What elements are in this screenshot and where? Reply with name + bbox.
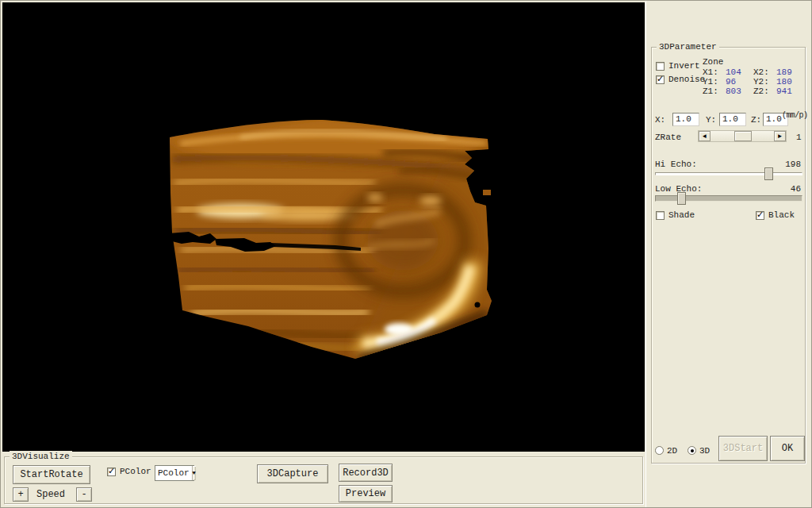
scale-y-label: Y: [706, 115, 716, 125]
scale-z-label: Z: [751, 115, 761, 125]
parameter-panel: 3DParameter Invert Denoise Zone X1: 104 … [645, 1, 812, 508]
scale-unit-label: (mm/p) [782, 111, 807, 120]
render-viewport[interactable] [2, 2, 645, 452]
zone-x1-value: 104 [726, 67, 741, 77]
capture-3d-button[interactable]: 3DCapture [257, 464, 328, 483]
shade-checkbox[interactable] [656, 211, 665, 220]
hi-echo-track[interactable] [655, 172, 802, 175]
zone-y2-label: Y2: [753, 77, 769, 87]
zone-x1-label: X1: [703, 67, 718, 77]
mode-2d-radio[interactable] [655, 446, 664, 455]
hi-echo-slider[interactable] [655, 167, 802, 181]
pcolor-combo-value: PColor [155, 468, 192, 478]
scale-x-label: X: [655, 115, 665, 125]
low-echo-slider[interactable] [655, 191, 802, 206]
zone-z2-value: 941 [776, 87, 792, 96]
visualize-group-title: 3DVisualize [10, 451, 72, 462]
zone-y1-label: Y1: [703, 77, 718, 87]
speed-label: Speed [36, 489, 65, 500]
zrate-scrollbar[interactable]: ◄ ► [698, 130, 787, 142]
zrate-left-arrow-icon[interactable]: ◄ [699, 131, 710, 141]
zone-x2-label: X2: [753, 67, 769, 77]
mode-3d-label: 3D [699, 446, 710, 456]
zrate-track[interactable] [710, 131, 774, 141]
hi-echo-thumb[interactable] [764, 167, 773, 180]
denoise-label: Denoise [668, 75, 705, 84]
speed-minus-button[interactable]: - [76, 487, 92, 502]
volume-render [2, 2, 645, 452]
pcolor-label: PColor [120, 467, 151, 476]
shade-label: Shade [668, 210, 695, 220]
black-label: Black [768, 210, 795, 220]
scale-x-input[interactable]: 1.0 [672, 113, 699, 126]
low-echo-thumb[interactable] [677, 192, 686, 205]
zone-z1-value: 803 [726, 87, 741, 96]
ok-button[interactable]: OK [770, 436, 805, 461]
zone-y1-value: 96 [726, 77, 736, 87]
app-window: 3DParameter Invert Denoise Zone X1: 104 … [0, 0, 812, 508]
start-rotate-button[interactable]: StartRotate [13, 465, 90, 484]
record-3d-button[interactable]: Record3D [339, 464, 393, 482]
scale-y-input[interactable]: 1.0 [719, 113, 746, 126]
denoise-checkbox[interactable] [656, 75, 665, 84]
black-checkbox[interactable] [756, 211, 764, 220]
invert-label: Invert [668, 61, 700, 71]
preview-button[interactable]: Preview [339, 485, 393, 502]
zrate-value: 1 [796, 133, 802, 142]
pcolor-combobox[interactable]: PColor ▼ [155, 465, 194, 481]
mode-2d-label: 2D [667, 446, 677, 456]
pcolor-combo-arrow-icon[interactable]: ▼ [192, 466, 196, 480]
zone-y2-value: 180 [776, 77, 792, 87]
zone-x2-value: 189 [776, 67, 792, 77]
zone-label: Zone [703, 57, 723, 67]
visualize-groupbox: 3DVisualize StartRotate + Speed - PColor… [4, 456, 643, 504]
zrate-label: ZRate [655, 133, 681, 142]
start-3d-button[interactable]: 3DStart [718, 436, 768, 461]
zrate-right-arrow-icon[interactable]: ► [774, 131, 786, 141]
invert-checkbox[interactable] [656, 62, 665, 71]
zrate-thumb[interactable] [734, 131, 752, 141]
speed-plus-button[interactable]: + [13, 487, 29, 502]
parameter-groupbox: 3DParameter Invert Denoise Zone X1: 104 … [651, 47, 806, 464]
parameter-group-title: 3DParameter [657, 41, 719, 52]
mode-3d-radio[interactable] [688, 446, 696, 455]
zone-z2-label: Z2: [753, 87, 769, 96]
zone-z1-label: Z1: [703, 87, 718, 96]
pcolor-checkbox[interactable] [107, 468, 116, 476]
